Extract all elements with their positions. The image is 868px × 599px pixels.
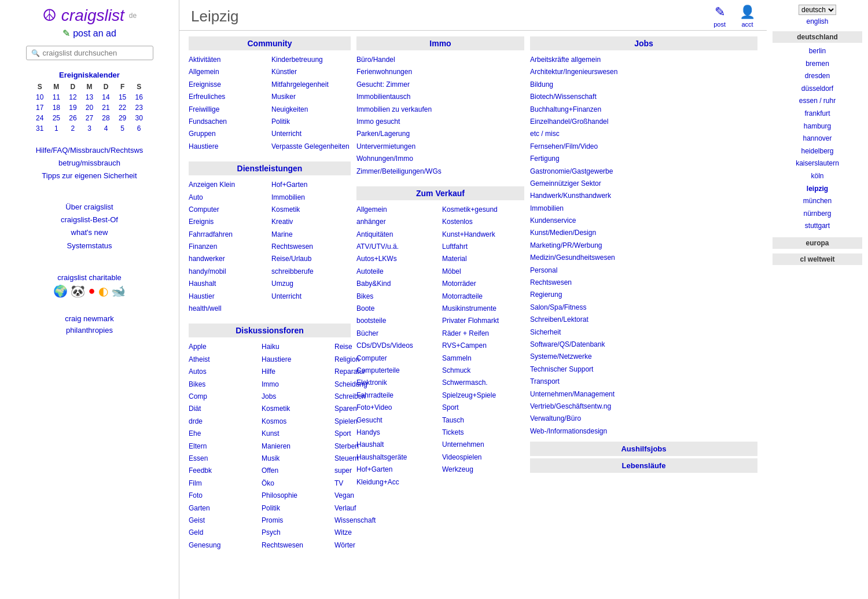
- link-item[interactable]: Ereignisse: [189, 79, 268, 90]
- search-input[interactable]: [43, 49, 147, 57]
- calendar-day[interactable]: 25: [53, 114, 60, 122]
- link-item[interactable]: Gesucht: [356, 414, 439, 426]
- link-item[interactable]: Parken/Lagerung: [356, 128, 524, 139]
- calendar-day[interactable]: 4: [104, 124, 108, 133]
- region-city-link[interactable]: düsseldorf: [773, 83, 862, 95]
- link-item[interactable]: Büro/Handel: [356, 54, 524, 65]
- aushilfsjobs-button[interactable]: Aushilfsjobs: [530, 442, 757, 456]
- link-item[interactable]: Aktivitäten: [189, 54, 268, 65]
- calendar-day[interactable]: 14: [102, 93, 109, 101]
- region-city-link[interactable]: stuttgart: [773, 220, 862, 233]
- link-item[interactable]: Anzeigen Klein: [189, 179, 268, 190]
- link-item[interactable]: Autos+LKWs: [356, 253, 439, 264]
- calendar-day[interactable]: 5: [120, 124, 124, 133]
- philanthropies-link[interactable]: philanthropies: [65, 325, 114, 337]
- link-item[interactable]: CDs/DVDs/Videos: [356, 340, 439, 351]
- link-item[interactable]: Immobilien: [271, 192, 351, 203]
- link-item[interactable]: Wohnungen/Immo: [356, 153, 524, 164]
- link-item[interactable]: Gruppen: [189, 128, 268, 139]
- link-item[interactable]: Computer: [189, 204, 268, 215]
- link-item[interactable]: Personal: [530, 264, 757, 276]
- link-item[interactable]: Rechtswesen: [530, 277, 757, 288]
- link-item[interactable]: Arbeitskräfte allgemein: [530, 54, 757, 65]
- about-link[interactable]: Über craigslist: [61, 201, 118, 214]
- region-city-link[interactable]: münchen: [773, 195, 862, 208]
- link-item[interactable]: Elektronik: [356, 377, 439, 388]
- link-item[interactable]: Software/QS/Datenbank: [530, 339, 757, 350]
- link-item[interactable]: Finanzen: [189, 241, 268, 252]
- link-item[interactable]: Bikes: [356, 291, 439, 302]
- calendar-day[interactable]: 29: [119, 114, 126, 122]
- calendar-day[interactable]: 28: [102, 114, 109, 122]
- region-city-link[interactable]: heidelberg: [773, 145, 862, 158]
- link-item[interactable]: Systeme/Netzwerke: [530, 351, 757, 362]
- link-item[interactable]: Geist: [189, 515, 258, 526]
- link-item[interactable]: Manieren: [262, 440, 331, 452]
- link-item[interactable]: Allgemein: [189, 66, 268, 78]
- link-item[interactable]: Kunst+Handwerk: [442, 229, 524, 240]
- link-item[interactable]: Baby&Kind: [356, 278, 439, 289]
- link-item[interactable]: Künstler: [271, 66, 351, 78]
- link-item[interactable]: Sport: [442, 402, 524, 413]
- calendar-day[interactable]: 22: [119, 104, 126, 112]
- link-item[interactable]: Fahrradteile: [356, 389, 439, 401]
- help-link[interactable]: Hilfe/FAQ/Missbrauch/Rechtsws: [36, 144, 144, 157]
- calendar-day[interactable]: 18: [53, 104, 60, 112]
- link-item[interactable]: Unterricht: [271, 291, 351, 302]
- link-item[interactable]: Fertigung: [530, 153, 757, 164]
- link-item[interactable]: Rechtswesen: [271, 241, 351, 252]
- link-item[interactable]: Haiku: [262, 341, 331, 352]
- link-item[interactable]: Ehe: [189, 428, 258, 439]
- link-item[interactable]: Schmuck: [442, 365, 524, 376]
- calendar-day[interactable]: 3: [87, 124, 91, 133]
- link-item[interactable]: Freiwillige: [189, 104, 268, 115]
- link-item[interactable]: Haushalt: [356, 439, 439, 450]
- calendar-day[interactable]: 26: [69, 114, 76, 122]
- link-item[interactable]: schreibberufe: [271, 266, 351, 277]
- link-item[interactable]: Fahrradfahren: [189, 229, 268, 240]
- link-item[interactable]: Unternehmen: [442, 439, 524, 450]
- region-city-link[interactable]: berlin: [773, 45, 862, 58]
- link-item[interactable]: anhänger: [356, 216, 439, 227]
- link-item[interactable]: Salon/Spa/Fitness: [530, 302, 757, 313]
- link-item[interactable]: Kreativ: [271, 216, 351, 227]
- link-item[interactable]: Atheist: [189, 354, 258, 365]
- link-item[interactable]: Bikes: [189, 378, 258, 390]
- calendar-day[interactable]: 16: [135, 93, 143, 101]
- link-item[interactable]: Film: [189, 477, 258, 489]
- calendar-day[interactable]: 17: [36, 104, 43, 112]
- calendar-day[interactable]: 10: [36, 93, 43, 101]
- link-item[interactable]: Verwaltung/Büro: [530, 413, 757, 424]
- post-ad-link[interactable]: ✎ post an ad: [62, 28, 116, 39]
- link-item[interactable]: Werkzeug: [442, 464, 524, 475]
- link-item[interactable]: Politik: [262, 502, 331, 514]
- link-item[interactable]: Philosophie: [262, 490, 331, 501]
- link-item[interactable]: Motorräder: [442, 278, 524, 289]
- calendar-day[interactable]: 12: [69, 93, 76, 101]
- link-item[interactable]: Computerteile: [356, 365, 439, 376]
- systemstatus-link[interactable]: Systemstatus: [61, 240, 118, 252]
- link-item[interactable]: Hof+Garten: [271, 179, 351, 190]
- lebenslaufe-button[interactable]: Lebensläufe: [530, 458, 757, 473]
- link-item[interactable]: Immobilien: [530, 203, 757, 214]
- abuse-link[interactable]: betrug/missbrauch: [36, 157, 144, 170]
- link-item[interactable]: Gesucht: Zimmer: [356, 79, 524, 90]
- calendar-day[interactable]: 20: [86, 104, 93, 112]
- link-item[interactable]: Psych: [262, 527, 331, 538]
- region-city-link[interactable]: kaiserslautern: [773, 157, 862, 170]
- link-item[interactable]: Material: [442, 253, 524, 264]
- link-item[interactable]: Jobs: [262, 391, 331, 402]
- link-item[interactable]: Marketing/PR/Werbung: [530, 240, 757, 251]
- calendar-day[interactable]: 23: [135, 104, 143, 112]
- link-item[interactable]: Haustier: [189, 291, 268, 302]
- calendar-day[interactable]: 30: [135, 114, 143, 122]
- link-item[interactable]: Genesung: [189, 539, 258, 551]
- calendar-day[interactable]: 27: [86, 114, 93, 122]
- link-item[interactable]: Neuigkeiten: [271, 104, 351, 115]
- link-item[interactable]: Haushaltsgeräte: [356, 451, 439, 463]
- link-item[interactable]: Autoteile: [356, 266, 439, 277]
- link-item[interactable]: Sammeln: [442, 352, 524, 364]
- link-item[interactable]: Marine: [271, 229, 351, 240]
- link-item[interactable]: Technischer Support: [530, 363, 757, 375]
- link-item[interactable]: Antiquitäten: [356, 229, 439, 240]
